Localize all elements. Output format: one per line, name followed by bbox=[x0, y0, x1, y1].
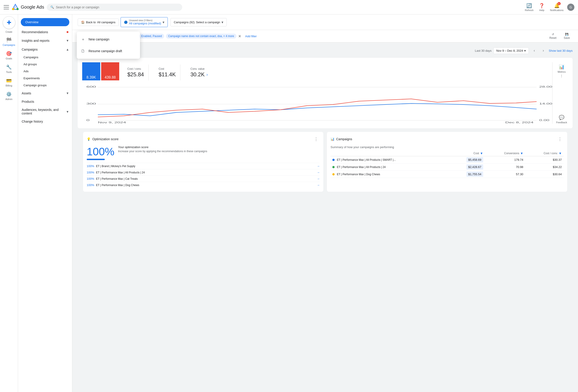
metric-cost-conv-value: $25.84 bbox=[127, 71, 144, 78]
camp-cost-value-0: $5,458.69 bbox=[467, 157, 483, 162]
opt-row-1[interactable]: 100% ET | Performance Max | All Products… bbox=[87, 169, 320, 175]
save-button[interactable]: 💾 Save bbox=[561, 32, 573, 41]
nav-item-tools[interactable]: 🔧 Tools bbox=[1, 62, 17, 75]
opt-menu-button[interactable]: ⋮ bbox=[312, 136, 320, 143]
campaigns-menu-button[interactable]: ⋮ bbox=[556, 136, 564, 143]
campaign-select-chevron-icon: ▾ bbox=[222, 20, 223, 24]
sidebar-overview-button[interactable]: Overview bbox=[21, 18, 69, 26]
camp-cost-2: $1,755.54 bbox=[449, 171, 485, 178]
opt-title-row: 💡 Optimization score bbox=[87, 137, 119, 141]
camp-cost-value-2: $1,755.54 bbox=[467, 172, 483, 177]
sidebar-products[interactable]: Products bbox=[18, 98, 72, 106]
sidebar-child-ads[interactable]: Ads bbox=[18, 68, 72, 75]
metrics-button[interactable]: 📊 Metrics ⋮ bbox=[558, 64, 566, 78]
logo-area: Google Ads bbox=[12, 4, 44, 11]
sidebar-child-campaigngroups[interactable]: Campaign groups bbox=[18, 82, 72, 89]
notifications-button[interactable]: 🔔 1 Notifications bbox=[548, 2, 565, 12]
nav-item-label-admin: Admin bbox=[5, 98, 12, 100]
search-icon: 🔍 bbox=[50, 5, 54, 9]
nav-item-label-tools: Tools bbox=[6, 71, 12, 73]
sidebar-campaigns-section[interactable]: Campaigns ▴ bbox=[18, 45, 72, 54]
admin-nav-icon: ⚙️ bbox=[6, 92, 12, 97]
camp-col-conversions[interactable]: Conversions ▼ bbox=[485, 151, 525, 156]
nav-item-goals[interactable]: 🎯 Goals bbox=[1, 49, 17, 62]
svg-point-3 bbox=[12, 8, 14, 10]
nav-item-billing[interactable]: 💳 Billing bbox=[1, 76, 17, 89]
opt-campaign-name-0: ET | Brand | Mickey's Pet Supply bbox=[96, 165, 315, 168]
sidebar-child-campaigns[interactable]: Campaigns bbox=[18, 54, 72, 61]
filter-chip-1[interactable]: Ad group status: Enabled, Paused bbox=[119, 34, 164, 39]
filter-chip-0[interactable]: Campaign status: All bbox=[87, 34, 116, 39]
sidebar-assets[interactable]: Assets ▾ bbox=[18, 89, 72, 98]
opt-row-3[interactable]: 100% ET | Performance Max | Dog Chews → bbox=[87, 182, 320, 188]
clear-filters-icon[interactable]: ✕ bbox=[238, 34, 241, 38]
save-label: Save bbox=[564, 36, 570, 40]
campaign-select-button[interactable]: Campaigns (92) Select a campaign ▾ bbox=[170, 18, 227, 26]
date-prev-button[interactable]: ‹ bbox=[530, 47, 538, 54]
camp-col-cost-conv[interactable]: Cost / conv. ▼ bbox=[525, 151, 564, 156]
camp-col-cost[interactable]: Cost ▼ bbox=[449, 151, 485, 156]
opt-pct-1: 100% bbox=[87, 171, 94, 174]
unsaved-view-button[interactable]: 🔵 Unsaved view (3 filters) All campaigns… bbox=[121, 17, 168, 27]
sidebar-change-history[interactable]: Change history bbox=[18, 117, 72, 126]
sidebar-child-experiments[interactable]: Experiments bbox=[18, 75, 72, 82]
campaigns-card-icon: 📊 bbox=[331, 137, 334, 141]
svg-text:600: 600 bbox=[87, 85, 96, 88]
reset-button[interactable]: ↺ Reset bbox=[547, 32, 559, 41]
filter-chip-2[interactable]: Campaign name does not contain exact, ds… bbox=[166, 34, 236, 39]
conv-value-arrow-icon[interactable]: › bbox=[206, 72, 208, 77]
nav-item-campaigns[interactable]: 🏁 Campaigns bbox=[1, 36, 17, 48]
campaign-row-0[interactable]: ET | Performance Max | All Products | SM… bbox=[331, 156, 564, 163]
reset-icon: ↺ bbox=[552, 33, 554, 36]
metrics-icon: 📊 bbox=[559, 64, 565, 70]
sidebar-audiences[interactable]: Audiences, keywords, and content ▾ bbox=[18, 106, 72, 117]
hamburger-menu[interactable] bbox=[4, 4, 9, 10]
campaigns-table-body: ET | Performance Max | All Products | SM… bbox=[331, 156, 564, 178]
metric-cost-conv-label: Cost / conv. bbox=[127, 67, 144, 70]
breadcrumb-bar: 🏠 Back to All campaigns 🔵 Unsaved view (… bbox=[72, 14, 578, 30]
avatar[interactable]: G bbox=[567, 4, 574, 11]
search-input[interactable] bbox=[56, 5, 179, 9]
camp-conversions-2: 57.30 bbox=[485, 171, 525, 178]
date-picker-button[interactable]: Nov 9 – Dec 8, 2024 ▾ bbox=[493, 48, 529, 54]
help-button[interactable]: ❓ Help bbox=[537, 2, 546, 12]
sidebar-child-adgroups[interactable]: Ad groups bbox=[18, 61, 72, 68]
camp-dot-2 bbox=[332, 173, 335, 175]
opt-card-header: 💡 Optimization score ⋮ bbox=[87, 136, 320, 143]
feedback-button[interactable]: 💬 Feedback bbox=[556, 115, 567, 124]
svg-point-2 bbox=[16, 8, 19, 10]
back-to-all-campaigns-button[interactable]: 🏠 Back to All campaigns bbox=[78, 18, 119, 26]
opt-row-0[interactable]: 100% ET | Brand | Mickey's Pet Supply → bbox=[87, 163, 320, 169]
metric-cost-label: Cost bbox=[158, 67, 176, 70]
campaigns-chevron-up-icon: ▴ bbox=[67, 47, 68, 51]
camp-col-name bbox=[331, 151, 449, 156]
opt-row-2[interactable]: 100% ET | Performance Max | Cat Treats → bbox=[87, 175, 320, 182]
campaigns-card-header: 📊 Campaigns ⋮ bbox=[331, 136, 564, 143]
billing-nav-icon: 💳 bbox=[6, 78, 12, 83]
camp-name-0: ET | Performance Max | All Products | SM… bbox=[337, 158, 396, 161]
opt-score-headline: Your optimization score bbox=[118, 146, 207, 149]
metric-conv-value-item: Conv. value 30.2K › bbox=[186, 65, 212, 80]
nav-item-admin[interactable]: ⚙️ Admin bbox=[1, 90, 17, 102]
overview-section: Overview Last 30 days Nov 9 – Dec 8, 202… bbox=[72, 43, 578, 202]
opt-arrow-1: → bbox=[317, 171, 320, 174]
search-bar[interactable]: 🔍 bbox=[47, 4, 182, 11]
add-filter-button[interactable]: Add filter bbox=[243, 34, 259, 39]
sidebar: Overview Recommendations Insights and re… bbox=[18, 14, 72, 392]
opt-campaign-name-1: ET | Performance Max | All Products | 24 bbox=[96, 171, 315, 174]
create-button[interactable]: ✚ bbox=[3, 16, 15, 29]
campaign-row-2[interactable]: ET | Performance Max | Dog Chews $1,755.… bbox=[331, 171, 564, 178]
date-next-button[interactable]: › bbox=[540, 47, 547, 54]
refresh-button[interactable]: 🔄 Refresh bbox=[523, 2, 535, 12]
camp-cost-conv-0: $30.37 bbox=[525, 156, 564, 163]
sidebar-recommendations[interactable]: Recommendations bbox=[18, 28, 72, 36]
nav-item-label-goals: Goals bbox=[6, 57, 12, 60]
metrics-label: Metrics bbox=[558, 70, 566, 73]
camp-cost-conv-1: $34.22 bbox=[525, 163, 564, 171]
campaign-row-1[interactable]: ET | Performance Max | All Products | 24… bbox=[331, 163, 564, 171]
show-last-link[interactable]: Show last 30 days bbox=[549, 49, 573, 52]
opt-arrow-0: → bbox=[317, 164, 320, 168]
sidebar-insights[interactable]: Insights and reports ▾ bbox=[18, 36, 72, 45]
camp-dot-1 bbox=[332, 166, 335, 168]
metric-conv-value-label: Conv. value bbox=[190, 67, 208, 70]
